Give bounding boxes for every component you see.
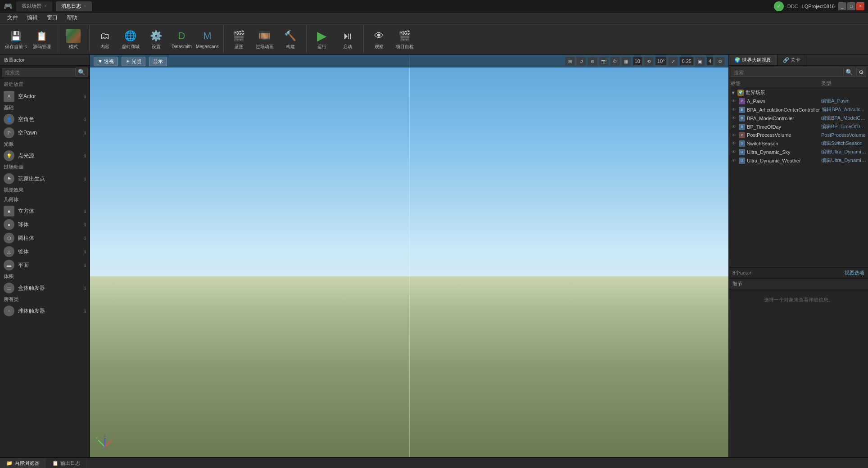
realtime-button[interactable]: ⏱	[610, 57, 620, 66]
tab-output-log[interactable]: 📋 输出日志	[46, 458, 87, 468]
actor-icon-cube: ■	[4, 206, 14, 216]
show-button[interactable]: 显示	[149, 57, 167, 66]
settings-button[interactable]: ⚙️ 设置	[144, 27, 168, 52]
actor-item-cube[interactable]: ■ 立方体 ℹ	[0, 204, 90, 218]
tab-messages-close[interactable]: ×	[84, 4, 86, 9]
outliner-settings-btn[interactable]: ⚙	[856, 68, 866, 77]
actor-item-playerstart[interactable]: ⚑ 玩家出生点 ℹ	[0, 172, 90, 185]
marketplace-icon: 🌐	[123, 29, 138, 43]
outliner-row-ultra-weather[interactable]: 👁 U Ultra_Dynamic_Weather 编辑Ultra_Dynami…	[729, 156, 868, 165]
focus-button[interactable]: ⊙	[588, 57, 597, 66]
world-outliner-title: 世界大纲视图	[742, 57, 772, 63]
menu-file[interactable]: 文件	[4, 13, 22, 22]
eye-icon-switchseason[interactable]: 👁	[731, 140, 737, 147]
actor-search-input[interactable]	[2, 68, 76, 76]
eye-icon-postprocess[interactable]: 👁	[731, 132, 737, 138]
tab-world-outliner[interactable]: 🌍 世界大纲视图	[729, 55, 778, 65]
actor-item-sphere-trigger[interactable]: ○ 球体触发器 ℹ	[0, 304, 90, 318]
grid-toggle[interactable]: ▦	[621, 57, 631, 66]
outliner-search-btn[interactable]: 🔍	[843, 68, 855, 77]
outliner-row-bp-timeofday[interactable]: 👁 B BP_TimeOfDay 编辑BP_TimeOfDa...	[729, 122, 868, 131]
right-panel-header: 🌍 世界大纲视图 🔗 关卡	[729, 55, 868, 66]
content-button[interactable]: 🗂 内容	[92, 27, 117, 52]
tab-scene-close[interactable]: ×	[44, 4, 47, 9]
actor-item-empty-actor[interactable]: A 空Actor ℹ	[0, 90, 90, 103]
menu-help[interactable]: 帮助	[63, 13, 81, 22]
col-tag: 标签	[731, 80, 821, 87]
viewport-count[interactable]: ▣	[695, 57, 705, 66]
eye-icon-bp-timeofday[interactable]: 👁	[731, 124, 737, 130]
outliner-search-input[interactable]	[731, 68, 842, 77]
actor-info-pawn: ℹ	[84, 130, 86, 135]
megascans-button[interactable]: M Megascans	[195, 27, 220, 52]
lighting-button[interactable]: ☀ 光照	[122, 57, 145, 66]
camera-speed-button[interactable]: 📷	[599, 57, 609, 66]
actor-info-plane: ℹ	[84, 263, 86, 268]
scale-snap-value[interactable]: 0.25	[679, 57, 693, 66]
actor-search-button[interactable]: 🔍	[76, 68, 88, 77]
datasmith-button[interactable]: D Datasmith	[169, 27, 194, 52]
grid-icon[interactable]: ⊞	[565, 57, 575, 66]
mode-button[interactable]: 模式	[61, 27, 86, 52]
actor-item-pawn[interactable]: P 空Pawn ℹ	[0, 126, 90, 140]
eye-icon-bpa-model[interactable]: 👁	[731, 115, 737, 122]
viewport[interactable]: ▼ 透视 ☀ 光照 显示 ⊞ ↺ ⊙ 📷 ⏱ ▦ 10 ⟲ 10° ⤢ 0.25…	[90, 55, 728, 457]
close-button[interactable]: ×	[856, 2, 864, 10]
actor-info-cone: ℹ	[84, 249, 86, 254]
scale-snap-icon: ⤢	[668, 57, 678, 66]
tab-messages[interactable]: 消息日志 ×	[56, 1, 92, 11]
outliner-row-switchseason[interactable]: 👁 S SwitchSeason 编辑SwitchSeason	[729, 139, 868, 148]
tab-level[interactable]: 🔗 关卡	[778, 55, 806, 65]
rot-snap-value[interactable]: 10°	[655, 57, 667, 66]
menu-window[interactable]: 窗口	[43, 13, 61, 22]
tab-scene[interactable]: 我以场景 ×	[16, 1, 52, 11]
snap-button[interactable]: ↺	[576, 57, 586, 66]
grid-value[interactable]: 10	[633, 57, 642, 66]
eye-icon-ultra-weather[interactable]: 👁	[731, 158, 737, 164]
build-button[interactable]: 🔨 构建	[278, 27, 303, 52]
maximize-button[interactable]: □	[847, 2, 855, 10]
source-control-button[interactable]: 📋 源码管理	[29, 27, 54, 52]
outliner-type-apawn: 编辑A_Pawn	[821, 98, 866, 104]
eye-icon-bpa-articulc[interactable]: 👁	[731, 107, 737, 113]
actor-item-character[interactable]: 👤 空角色 ℹ	[0, 112, 90, 126]
save-current-button[interactable]: 💾 保存当前卡	[4, 27, 28, 52]
eye-icon-ultra-sky[interactable]: 👁	[731, 149, 737, 155]
actor-item-sphere[interactable]: ● 球体 ℹ	[0, 218, 90, 231]
actor-item-plane[interactable]: ▬ 平面 ℹ	[0, 258, 90, 272]
viewport-settings[interactable]: ⚙	[715, 57, 725, 66]
content-label: 内容	[100, 44, 109, 50]
outliner-row-postprocess[interactable]: 👁 P PostProcessVolume PostProcessVolume	[729, 131, 868, 139]
content-browser-icon: 📁	[6, 460, 13, 466]
actor-info-sphere-trigger: ℹ	[84, 309, 86, 314]
marketplace-button[interactable]: 🌐 虚幻商城	[118, 27, 143, 52]
bottom-tabs: 📁 内容浏览器 📋 输出日志	[0, 458, 868, 468]
actor-label-pointlight: 点光源	[18, 152, 81, 160]
actor-item-box-trigger[interactable]: □ 盒体触发器 ℹ	[0, 281, 90, 295]
play-button[interactable]: ▶ 运行	[309, 27, 334, 52]
tab-content-browser[interactable]: 📁 内容浏览器	[0, 458, 46, 468]
actor-item-cone[interactable]: △ 锥体 ℹ	[0, 245, 90, 258]
launch-button[interactable]: ⏯ 启动	[335, 27, 360, 52]
toolbar: 💾 保存当前卡 📋 源码管理 模式 🗂 内容 🌐 虚幻商城 ⚙️ 设置 D Da…	[0, 23, 868, 55]
project-check-button[interactable]: 🎬 项目自检	[392, 27, 417, 52]
blueprint-button[interactable]: 🎬 蓝图	[226, 27, 251, 52]
outliner-row-bpa-articulc[interactable]: 👁 B BPA_ArticulationCenterController 编辑B…	[729, 105, 868, 114]
menu-edit[interactable]: 编辑	[23, 13, 41, 22]
actor-item-pointlight[interactable]: 💡 点光源 ℹ	[0, 149, 90, 162]
actor-label-box-trigger: 盒体触发器	[18, 284, 81, 292]
outliner-row-bpa-model[interactable]: 👁 B BPA_ModelController 编辑BPA_ModelCo...	[729, 114, 868, 122]
tab-scene-label: 我以场景	[22, 3, 41, 9]
view-options-btn[interactable]: 视图选项	[845, 270, 864, 276]
eye-icon-apawn[interactable]: 👁	[731, 98, 737, 104]
viewport-count-value[interactable]: 4	[706, 57, 714, 66]
svg-text:Y: Y	[95, 436, 98, 440]
actor-item-cylinder[interactable]: ⬡ 圆柱体 ℹ	[0, 231, 90, 245]
outliner-type-bpa-articulc: 编辑BPA_Articulc...	[822, 106, 866, 113]
perspective-button[interactable]: ▼ 透视	[94, 57, 118, 66]
cinematics-button[interactable]: 🎞️ 过场动画	[252, 27, 277, 52]
observer-button[interactable]: 👁 观察	[366, 27, 391, 52]
minimize-button[interactable]: _	[838, 2, 846, 10]
outliner-row-ultra-sky[interactable]: 👁 U Ultra_Dynamic_Sky 编辑Ultra_Dynamic...	[729, 148, 868, 156]
outliner-row-apawn[interactable]: 👁 P A_Pawn 编辑A_Pawn	[729, 97, 868, 105]
